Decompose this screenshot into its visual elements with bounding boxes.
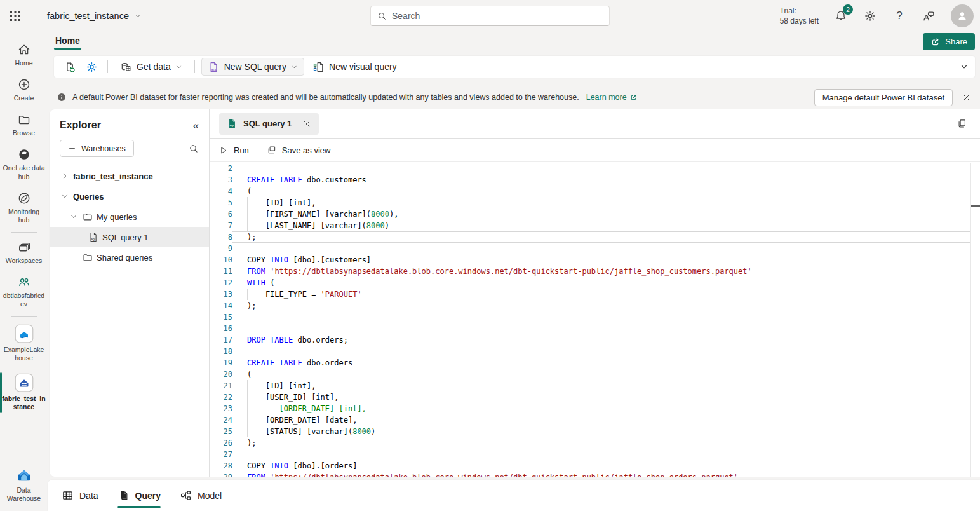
- rail-item-browse[interactable]: Browse: [0, 108, 48, 143]
- code-line-13[interactable]: 13 FILE_TYPE = 'PARQUET': [210, 289, 980, 300]
- chevron-down-icon[interactable]: [69, 212, 79, 222]
- workspace-switcher[interactable]: fabric_test_instance: [47, 11, 142, 21]
- global-search[interactable]: [370, 6, 610, 26]
- settings-button[interactable]: [863, 9, 877, 23]
- run-label: Run: [234, 146, 249, 155]
- tree-item-sql-query-1[interactable]: SQLSQL query 1: [50, 227, 209, 247]
- code-line-9[interactable]: 9: [210, 243, 980, 254]
- rail-item-fabric-test-instance[interactable]: fabric_test_instance: [0, 369, 48, 417]
- code-line-24[interactable]: 24 [ORDER_DATE] [date],: [210, 414, 980, 426]
- code-line-22[interactable]: 22 [USER_ID] [int],: [210, 392, 980, 403]
- code-line-20[interactable]: 20(: [210, 369, 980, 380]
- settings-gear-button[interactable]: [82, 58, 101, 76]
- learn-more-link[interactable]: Learn more: [586, 93, 638, 102]
- view-tab-data[interactable]: Data: [62, 480, 98, 511]
- view-tab-model[interactable]: Model: [180, 480, 222, 511]
- code-line-content: FROM 'https://dbtlabsynapsedatalake.blob…: [232, 266, 971, 277]
- toolbar-separator: [107, 60, 108, 73]
- rail-divider: [11, 232, 37, 233]
- editor-scrollbar-track[interactable]: [970, 163, 971, 477]
- rail-item-data-warehouse[interactable]: Data Warehouse: [0, 463, 48, 508]
- get-data-button[interactable]: Get data: [114, 58, 188, 76]
- chevron-down-icon[interactable]: [60, 191, 70, 201]
- rail-item-monitoring-hub[interactable]: Monitoring hub: [0, 187, 48, 230]
- view-tab-label: Query: [135, 491, 161, 501]
- code-line-content: [232, 323, 971, 334]
- code-line-14[interactable]: 14);: [210, 300, 980, 311]
- line-number: 24: [210, 414, 232, 426]
- code-line-18[interactable]: 18: [210, 346, 980, 357]
- code-line-6[interactable]: 6 [FIRST_NAME] [varchar](8000),: [210, 208, 980, 220]
- trial-status[interactable]: Trial: 58 days left: [780, 6, 819, 26]
- code-line-content: DROP TABLE dbo.orders;: [232, 334, 971, 346]
- add-warehouses-button[interactable]: Warehouses: [60, 140, 134, 157]
- code-line-2[interactable]: 2: [210, 163, 980, 174]
- tree-item-shared-queries[interactable]: Shared queries: [50, 247, 209, 268]
- copy-button[interactable]: [957, 118, 967, 129]
- code-line-5[interactable]: 5 [ID] [int],: [210, 197, 980, 208]
- explorer-search-button[interactable]: [189, 144, 199, 154]
- help-button[interactable]: ?: [892, 9, 906, 23]
- code-line-23[interactable]: 23 -- [ORDER_DATE] [int],: [210, 403, 980, 414]
- tab-close-button[interactable]: [302, 119, 311, 128]
- new-sql-query-button[interactable]: SQL New SQL query: [201, 58, 304, 76]
- tab-sql-query-1[interactable]: SQL SQL query 1: [219, 113, 319, 135]
- refresh-source-button[interactable]: [60, 58, 79, 76]
- line-number: 11: [210, 266, 232, 277]
- collapse-ribbon-button[interactable]: [960, 62, 969, 71]
- save-as-view-icon: [267, 145, 277, 155]
- rail-item-dbtlabsfabricdev[interactable]: dbtlabsfabricdev: [0, 271, 48, 314]
- create-icon: [17, 78, 31, 92]
- code-line-17[interactable]: 17DROP TABLE dbo.orders;: [210, 334, 980, 346]
- code-line-29[interactable]: 29FROM 'https://dbtlabsynapsedatalake.bl…: [210, 472, 980, 477]
- new-visual-query-button[interactable]: New visual query: [307, 58, 403, 76]
- save-as-view-button[interactable]: Save as view: [267, 145, 331, 155]
- code-line-21[interactable]: 21 [ID] [int],: [210, 380, 980, 392]
- chevron-right-icon[interactable]: [60, 171, 70, 181]
- code-line-19[interactable]: 19CREATE TABLE dbo.orders: [210, 357, 980, 369]
- tree-item-fabric-test-instance[interactable]: fabric_test_instance: [50, 166, 209, 186]
- run-button[interactable]: Run: [219, 146, 249, 155]
- app-launcher-icon[interactable]: [0, 0, 30, 32]
- tree-item-my-queries[interactable]: My queries: [50, 207, 209, 227]
- code-line-7[interactable]: 7 [LAST_NAME] [varchar](8000): [210, 220, 980, 231]
- workspace-name: fabric_test_instance: [47, 11, 129, 21]
- share-button[interactable]: Share: [923, 33, 975, 50]
- line-number: 14: [210, 300, 232, 311]
- code-line-15[interactable]: 15: [210, 311, 980, 323]
- rail-item-onelake-data-hub[interactable]: OneLake data hub: [0, 143, 48, 186]
- code-line-12[interactable]: 12WITH (: [210, 277, 980, 289]
- rail-item-examplelakehouse[interactable]: ExampleLakehouse: [0, 320, 48, 368]
- notifications-button[interactable]: 2: [834, 9, 848, 23]
- feedback-button[interactable]: [922, 9, 936, 23]
- view-tab-label: Data: [79, 491, 98, 501]
- search-input[interactable]: [392, 11, 603, 21]
- code-line-3[interactable]: 3CREATE TABLE dbo.customers: [210, 174, 980, 186]
- rail-item-workspaces[interactable]: Workspaces: [0, 236, 48, 271]
- code-line-10[interactable]: 10COPY INTO [dbo].[customers]: [210, 254, 980, 266]
- close-icon: [302, 119, 311, 128]
- code-line-26[interactable]: 26);: [210, 437, 980, 449]
- sql-code-editor[interactable]: 23CREATE TABLE dbo.customers4(5 [ID] [in…: [210, 163, 980, 477]
- code-line-25[interactable]: 25 [STATUS] [varchar](8000): [210, 426, 980, 437]
- tab-home[interactable]: Home: [54, 33, 81, 48]
- document-refresh-icon: [64, 61, 76, 73]
- line-number: 15: [210, 311, 232, 323]
- code-line-4[interactable]: 4(: [210, 186, 980, 197]
- code-line-11[interactable]: 11FROM 'https://dbtlabsynapsedatalake.bl…: [210, 266, 980, 277]
- account-avatar[interactable]: [951, 4, 974, 27]
- code-line-28[interactable]: 28COPY INTO [dbo].[orders]: [210, 460, 980, 472]
- code-line-27[interactable]: 27: [210, 449, 980, 460]
- banner-close-button[interactable]: [962, 93, 971, 102]
- manage-dataset-button[interactable]: Manage default Power BI dataset: [814, 89, 953, 106]
- line-number: 26: [210, 437, 232, 449]
- rail-item-create[interactable]: Create: [0, 73, 48, 108]
- tree-item-queries[interactable]: Queries: [50, 186, 209, 207]
- rail-item-home[interactable]: Home: [0, 38, 48, 73]
- collapse-explorer-button[interactable]: «: [193, 120, 199, 131]
- code-line-16[interactable]: 16: [210, 323, 980, 334]
- code-line-8[interactable]: 8);: [210, 231, 980, 243]
- view-tab-query[interactable]: Query: [117, 480, 161, 511]
- home-icon: [17, 43, 31, 57]
- tree-item-label: SQL query 1: [102, 233, 149, 242]
